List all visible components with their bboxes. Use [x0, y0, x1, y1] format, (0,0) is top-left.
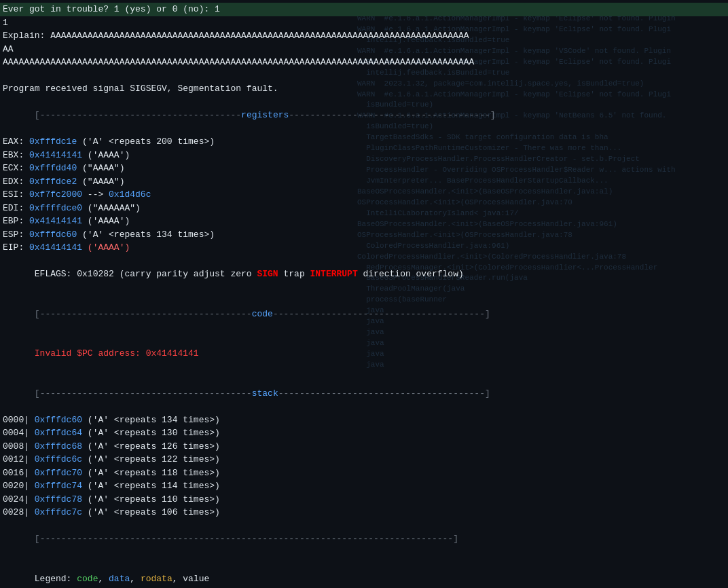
edx-register: EDX: 0xfffdce2 ("AAAA"): [0, 175, 728, 189]
eax-register: EAX: 0xfffdc1e ('A' <repeats 200 times>): [0, 135, 728, 149]
eflags-line: EFLAGS: 0x10282 (carry parity adjust zer…: [0, 255, 728, 295]
input-one: 1: [0, 16, 728, 30]
explain-line: Explain: AAAAAAAAAAAAAAAAAAAAAAAAAAAAAAA…: [0, 29, 728, 43]
stack-row-16: 0016| 0xfffdc70 ('A' <repeats 118 times>…: [0, 466, 728, 480]
gdb-output: Ever got in trouble? 1 (yes) or 0 (no): …: [0, 3, 728, 588]
bottom-separator: [---------------------------------------…: [0, 519, 728, 559]
esp-register: ESP: 0xfffdc60 ('A' <repeats 134 times>): [0, 228, 728, 242]
ecx-register: ECX: 0xfffdd40 ("AAAA"): [0, 162, 728, 175]
aa-line: AA: [0, 43, 728, 56]
sigsegv-line: Program received signal SIGSEGV, Segment…: [0, 82, 728, 96]
stack-row-4: 0004| 0xfffdc64 ('A' <repeats 130 times>…: [0, 426, 728, 440]
ebp-register: EBP: 0x41414141 ('AAAA'): [0, 215, 728, 228]
blank-line: [0, 69, 728, 83]
code-separator: [---------------------------------------…: [0, 294, 728, 334]
stack-row-20: 0020| 0xfffdc74 ('A' <repeats 114 times>…: [0, 479, 728, 493]
terminal-window: WARN #e.1.6.a.1.ActionManagerImpl - keym…: [0, 0, 728, 588]
esi-register: ESI: 0xf7fc2000 --> 0x1d4d6c: [0, 188, 728, 202]
stack-row-24: 0024| 0xfffdc78 ('A' <repeats 110 times>…: [0, 493, 728, 507]
registers-separator: [--------------------------------------r…: [0, 96, 728, 136]
invalid-pc-line: Invalid $PC address: 0x41414141: [0, 334, 728, 374]
aaa-line: AAAAAAAAAAAAAAAAAAAAAAAAAAAAAAAAAAAAAAAA…: [0, 56, 728, 69]
stack-row-0: 0000| 0xfffdc60 ('A' <repeats 134 times>…: [0, 414, 728, 427]
stack-separator: [---------------------------------------…: [0, 373, 728, 414]
eip-register: EIP: 0x41414141 ('AAAA'): [0, 241, 728, 255]
stack-row-12: 0012| 0xfffdc6c ('A' <repeats 122 times>…: [0, 453, 728, 466]
stack-row-28: 0028| 0xfffdc7c ('A' <repeats 106 times>…: [0, 506, 728, 519]
prompt-line: Ever got in trouble? 1 (yes) or 0 (no): …: [0, 3, 728, 16]
stack-row-8: 0008| 0xfffdc68 ('A' <repeats 126 times>…: [0, 440, 728, 454]
edi-register: EDI: 0xffffdce0 ("AAAAAA"): [0, 202, 728, 215]
legend-line: Legend: code, data, rodata, value: [0, 559, 728, 588]
ebx-register: EBX: 0x41414141 ('AAAA'): [0, 149, 728, 162]
